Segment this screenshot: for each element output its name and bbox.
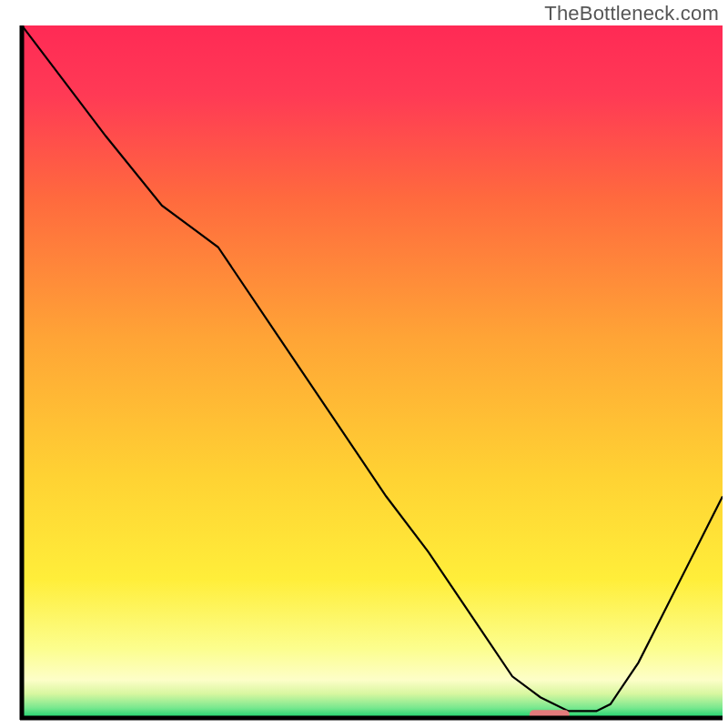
- attribution-label: TheBottleneck.com: [544, 2, 719, 25]
- chart-container: TheBottleneck.com: [0, 0, 728, 728]
- plot-background: [22, 25, 723, 718]
- chart-svg: [0, 0, 728, 728]
